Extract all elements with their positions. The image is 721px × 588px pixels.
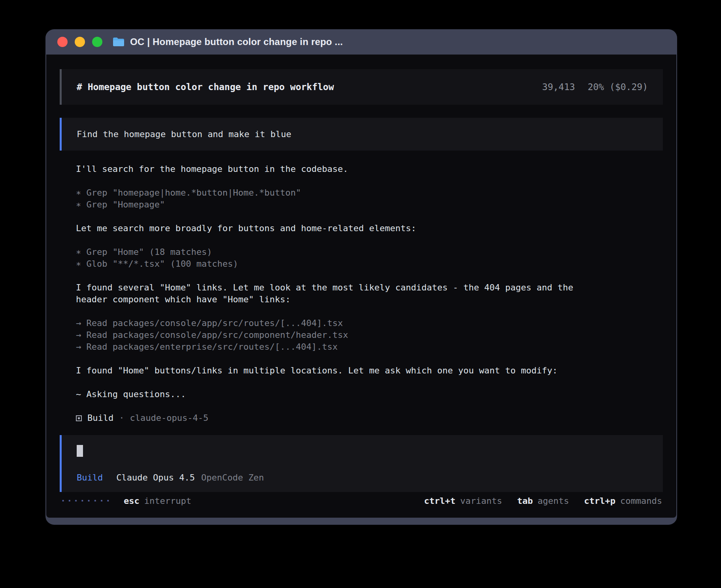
window-title: OC | Homepage button color change in rep… [130, 36, 343, 47]
window-titlebar[interactable]: OC | Homepage button color change in rep… [45, 29, 677, 55]
user-message-text: Find the homepage button and make it blu… [77, 129, 291, 139]
agent-icon [76, 415, 82, 421]
input-status-row: Build Claude Opus 4.5 OpenCode Zen [77, 473, 648, 482]
agent-status-row: Build · claude-opus-4-5 [76, 412, 585, 424]
agent-separator: · [119, 412, 124, 424]
esc-key-label: interrupt [144, 496, 191, 506]
shortcut-key: ctrl+p [584, 496, 615, 506]
input-provider: OpenCode Zen [201, 473, 264, 482]
shortcut-commands: ctrl+p commands [584, 496, 662, 506]
assistant-text-line: I found "Home" buttons/links in multiple… [76, 365, 585, 377]
text-cursor [77, 445, 83, 457]
tool-call-grep: ∗ Grep "Homepage" [76, 199, 585, 211]
assistant-text-line: Let me search more broadly for buttons a… [76, 222, 585, 234]
input-mode[interactable]: Build [77, 473, 103, 482]
assistant-text-line: I'll search for the homepage button in t… [76, 163, 585, 175]
status-bar-left: ········ esc interrupt [60, 496, 191, 506]
prompt-input[interactable]: Build Claude Opus 4.5 OpenCode Zen [60, 435, 663, 492]
esc-key-hint: esc [124, 496, 140, 506]
status-bar-right: ctrl+t variants tab agents ctrl+p comman… [424, 496, 662, 506]
session-stats: 39,413 20% ($0.29) [542, 82, 648, 92]
shortcut-variants: ctrl+t variants [424, 496, 502, 506]
shortcut-agents: tab agents [517, 496, 569, 506]
minimize-button[interactable] [75, 37, 85, 47]
terminal-content: # Homepage button color change in repo w… [46, 55, 676, 518]
shortcut-label: commands [620, 496, 662, 506]
shortcut-key: tab [517, 496, 533, 506]
tool-call-glob: ∗ Glob "**/*.tsx" (100 matches) [76, 258, 585, 270]
zoom-button[interactable] [92, 37, 102, 47]
traffic-lights [57, 37, 102, 47]
assistant-transcript: I'll search for the homepage button in t… [60, 163, 585, 424]
terminal-window: OC | Homepage button color change in rep… [45, 29, 677, 525]
shortcut-label: variants [460, 496, 502, 506]
session-title: # Homepage button color change in repo w… [77, 82, 334, 92]
spinner-dots-icon: ········ [60, 496, 112, 506]
close-button[interactable] [57, 37, 68, 47]
shortcut-key: ctrl+t [424, 496, 455, 506]
tool-call-read: → Read packages/console/app/src/routes/[… [76, 317, 585, 329]
tool-call-read: → Read packages/console/app/src/componen… [76, 329, 585, 341]
session-header: # Homepage button color change in repo w… [60, 69, 663, 105]
tool-call-grep: ∗ Grep "Home" (18 matches) [76, 246, 585, 258]
shortcut-label: agents [538, 496, 569, 506]
assistant-text-line: I found several "Home" links. Let me loo… [76, 282, 585, 305]
input-model: Claude Opus 4.5 [116, 473, 195, 482]
token-count: 39,413 [542, 82, 575, 92]
folder-icon [113, 37, 125, 47]
tool-call-read: → Read packages/enterprise/src/routes/[.… [76, 341, 585, 353]
agent-name: Build [87, 412, 113, 424]
user-message: Find the homepage button and make it blu… [60, 118, 663, 151]
tool-call-grep: ∗ Grep "homepage|home.*button|Home.*butt… [76, 187, 585, 199]
asking-questions-status: ~ Asking questions... [76, 388, 585, 400]
agent-model: claude-opus-4-5 [130, 412, 208, 424]
status-bar: ········ esc interrupt ctrl+t variants t… [60, 496, 663, 506]
context-usage: 20% ($0.29) [588, 82, 648, 92]
